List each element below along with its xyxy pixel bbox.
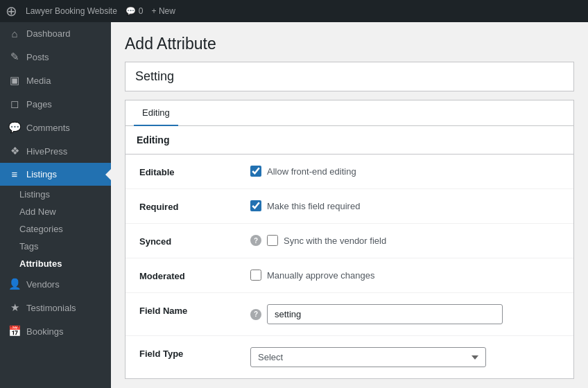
sidebar-sub-categories[interactable]: Categories: [0, 220, 111, 238]
synced-help-icon[interactable]: ?: [250, 235, 261, 246]
posts-icon: ✎: [8, 51, 21, 63]
pages-icon: ◻: [8, 98, 21, 110]
setting-name-field-wrap: [125, 62, 574, 91]
sidebar-item-listings[interactable]: ≡ Listings: [0, 163, 111, 186]
dashboard-icon: ⌂: [8, 28, 21, 39]
sidebar-item-hivepress[interactable]: ❖ HivePress: [0, 139, 111, 163]
listings-icon: ≡: [8, 168, 21, 180]
sidebar-sub-add-new[interactable]: Add New: [0, 203, 111, 220]
field-type-select[interactable]: Select Text Number Date Checkbox: [250, 347, 486, 367]
sidebar-item-posts[interactable]: ✎ Posts: [0, 45, 111, 69]
page-title: Add Attribute: [125, 35, 574, 53]
top-bar: ⊕ Lawyer Booking Website 💬 0 + New: [0, 0, 588, 22]
comment-icon: 💬: [126, 6, 136, 16]
moderated-label: Moderated: [139, 270, 250, 281]
required-checkbox-wrap[interactable]: Make this field required: [250, 200, 360, 211]
synced-checkbox-label: Sync with the vendor field: [284, 236, 386, 246]
site-name: Lawyer Booking Website: [26, 6, 117, 16]
comments-icon: 💬: [8, 121, 21, 134]
field-moderated: Moderated Manually approve changes: [126, 258, 573, 293]
field-name-row: Field Name ?: [126, 293, 573, 336]
setting-name-input[interactable]: [135, 69, 564, 84]
wp-logo-icon: ⊕: [6, 3, 17, 19]
sidebar-item-label: Dashboard: [26, 28, 71, 39]
content-area: Add Attribute Editing Editing Editable A…: [111, 22, 588, 388]
sidebar-item-label: Bookings: [26, 326, 63, 337]
sidebar-sub-listings[interactable]: Listings: [0, 186, 111, 203]
field-name-help-icon[interactable]: ?: [250, 309, 261, 320]
sidebar-item-media[interactable]: ▣ Media: [0, 69, 111, 92]
field-required: Required Make this field required: [126, 189, 573, 224]
tab-editing[interactable]: Editing: [134, 100, 178, 126]
sidebar: ⌂ Dashboard ✎ Posts ▣ Media ◻ Pages 💬 Co…: [0, 22, 111, 388]
media-icon: ▣: [8, 74, 21, 87]
editable-label: Editable: [139, 166, 250, 177]
editable-checkbox[interactable]: [250, 166, 261, 177]
sidebar-item-label: Listings: [26, 169, 57, 179]
sidebar-listings-submenu: Listings Add New Categories Tags Attribu…: [0, 186, 111, 272]
field-type-label: Field Type: [139, 347, 250, 359]
sidebar-item-label: HivePress: [26, 146, 67, 157]
moderated-control: Manually approve changes: [250, 270, 560, 281]
sidebar-item-testimonials[interactable]: ★ Testimonials: [0, 296, 111, 319]
sidebar-item-label: Comments: [26, 123, 70, 133]
editable-checkbox-label: Allow front-end editing: [267, 166, 356, 177]
editing-form-card: Editing Editing Editable Allow front-end…: [125, 100, 574, 379]
required-control: Make this field required: [250, 200, 560, 211]
synced-checkbox[interactable]: [267, 235, 278, 246]
sidebar-item-bookings[interactable]: 📅 Bookings: [0, 319, 111, 343]
comments-count: 0: [139, 6, 144, 16]
site-name-link[interactable]: Lawyer Booking Website: [26, 6, 117, 16]
synced-label: Synced: [139, 235, 250, 247]
sidebar-item-label: Testimonials: [26, 303, 76, 313]
field-type-control: Select Text Number Date Checkbox: [250, 347, 560, 367]
editable-control: Allow front-end editing: [250, 166, 560, 177]
sidebar-item-pages[interactable]: ◻ Pages: [0, 92, 111, 116]
new-link[interactable]: + New: [152, 6, 175, 16]
required-checkbox-label: Make this field required: [267, 201, 360, 211]
editable-checkbox-wrap[interactable]: Allow front-end editing: [250, 166, 356, 177]
wp-logo-link[interactable]: ⊕: [6, 3, 17, 19]
moderated-checkbox[interactable]: [250, 270, 261, 281]
sidebar-item-vendors[interactable]: 👤 Vendors: [0, 272, 111, 296]
comments-link[interactable]: 💬 0: [126, 6, 144, 16]
sidebar-item-dashboard[interactable]: ⌂ Dashboard: [0, 22, 111, 45]
synced-checkbox-wrap[interactable]: Sync with the vendor field: [267, 235, 386, 246]
field-name-input[interactable]: [267, 304, 503, 324]
moderated-checkbox-wrap[interactable]: Manually approve changes: [250, 270, 374, 281]
sidebar-sub-attributes[interactable]: Attributes: [0, 255, 111, 272]
main-layout: ⌂ Dashboard ✎ Posts ▣ Media ◻ Pages 💬 Co…: [0, 22, 588, 388]
field-name-label: Field Name: [139, 304, 250, 316]
sidebar-sub-tags[interactable]: Tags: [0, 238, 111, 255]
section-editing-title: Editing: [126, 126, 573, 155]
field-editable: Editable Allow front-end editing: [126, 155, 573, 189]
field-type-row: Field Type Select Text Number Date Check…: [126, 336, 573, 378]
new-label: + New: [152, 6, 175, 16]
sidebar-item-label: Media: [26, 76, 51, 86]
bookings-icon: 📅: [8, 325, 21, 337]
field-synced: Synced ? Sync with the vendor field: [126, 224, 573, 258]
required-label: Required: [139, 200, 250, 212]
testimonials-icon: ★: [8, 301, 21, 314]
synced-control: ? Sync with the vendor field: [250, 235, 560, 246]
vendors-icon: 👤: [8, 278, 21, 290]
hivepress-icon: ❖: [8, 145, 21, 157]
required-checkbox[interactable]: [250, 200, 261, 211]
sidebar-item-label: Vendors: [26, 279, 60, 290]
sidebar-item-label: Posts: [26, 52, 49, 62]
field-name-control: ?: [250, 304, 560, 324]
moderated-checkbox-label: Manually approve changes: [267, 270, 374, 281]
page-title-bar: Add Attribute: [111, 22, 588, 62]
form-tab-bar: Editing: [126, 100, 573, 126]
sidebar-item-label: Pages: [26, 99, 52, 109]
sidebar-item-comments[interactable]: 💬 Comments: [0, 116, 111, 139]
